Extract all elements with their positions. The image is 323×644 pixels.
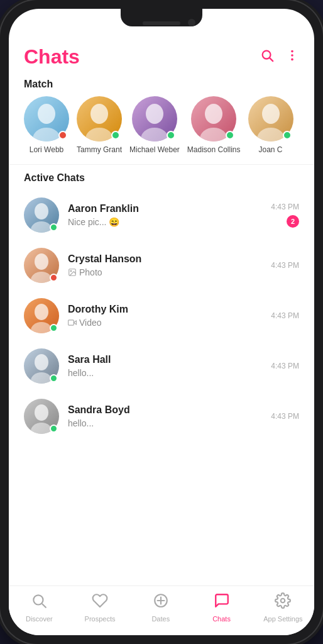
svg-line-1 <box>270 58 273 61</box>
chat-info-aaron: Aaron Franklin Nice pic... 😄 <box>68 203 262 227</box>
nav-label-chats: Chats <box>212 615 231 623</box>
nav-label-dates: Dates <box>151 615 170 623</box>
chat-time-aaron: 4:43 PM <box>271 203 299 211</box>
nav-item-settings[interactable]: App Settings <box>263 592 302 623</box>
online-dot-lori <box>58 131 67 140</box>
chat-meta-sara: 4:43 PM <box>271 362 299 370</box>
chat-item-sara[interactable]: Sara Hall hello... 4:43 PM <box>9 341 314 391</box>
chat-time-crystal: 4:43 PM <box>271 261 299 270</box>
chat-preview-dorothy: Video <box>68 318 262 328</box>
svg-marker-23 <box>74 321 76 325</box>
chat-item-dorothy[interactable]: Dorothy Kim Video 4:43 PM <box>9 291 314 341</box>
match-section-label: Match <box>9 74 314 96</box>
chat-item-sandra[interactable]: Sandra Boyd hello... 4:43 PM <box>9 391 314 441</box>
svg-point-11 <box>205 104 222 124</box>
chat-name-sara: Sara Hall <box>68 354 262 365</box>
unread-badge-aaron: 2 <box>287 215 299 228</box>
camera <box>188 19 195 26</box>
svg-point-0 <box>263 50 271 58</box>
match-name-lori: Lori Webb <box>30 145 63 154</box>
svg-point-7 <box>90 104 108 124</box>
chat-meta-aaron: 4:43 PM 2 <box>271 203 299 228</box>
chat-preview-crystal: Photo <box>68 267 262 277</box>
svg-point-14 <box>257 128 285 142</box>
divider <box>9 164 314 165</box>
chat-item-crystal[interactable]: Crystal Hanson Photo 4:43 PM <box>9 240 314 291</box>
chat-preview-sandra: hello... <box>68 418 262 428</box>
svg-point-13 <box>262 104 280 124</box>
online-dot-tammy <box>111 131 120 140</box>
match-section: Match Lori Webb <box>9 74 314 164</box>
svg-point-17 <box>35 253 48 270</box>
chats-icon <box>214 592 230 613</box>
bottom-nav: Discover Prospects <box>9 586 314 635</box>
chat-preview-sara: hello... <box>68 368 262 378</box>
svg-point-20 <box>70 270 72 272</box>
match-name-tammy: Tammy Grant <box>77 145 122 154</box>
chat-online-dot-sara <box>50 374 58 382</box>
svg-point-15 <box>35 203 48 219</box>
nav-label-discover: Discover <box>26 615 53 623</box>
svg-point-22 <box>31 322 52 333</box>
chat-item-aaron[interactable]: Aaron Franklin Nice pic... 😄 4:43 PM 2 <box>9 190 314 240</box>
chat-meta-crystal: 4:43 PM <box>271 261 299 270</box>
match-item-michael[interactable]: Michael Weber <box>129 96 180 154</box>
svg-point-5 <box>38 104 55 124</box>
nav-item-dates[interactable]: Dates <box>142 592 180 623</box>
chat-time-dorothy: 4:43 PM <box>271 311 299 320</box>
header: Chats <box>9 35 314 74</box>
online-dot-joan <box>283 131 292 140</box>
chat-time-sara: 4:43 PM <box>271 362 299 370</box>
svg-point-25 <box>35 354 48 370</box>
dates-icon <box>153 592 169 613</box>
nav-item-chats[interactable]: Chats <box>203 592 241 623</box>
chat-info-sara: Sara Hall hello... <box>68 354 262 378</box>
svg-point-21 <box>35 304 48 320</box>
svg-point-12 <box>200 128 227 142</box>
chat-online-dot-dorothy <box>50 324 58 332</box>
match-name-madison: Madison Collins <box>187 145 241 154</box>
more-icon[interactable] <box>285 48 299 66</box>
chat-info-dorothy: Dorothy Kim Video <box>68 304 262 328</box>
svg-point-2 <box>291 50 293 52</box>
chat-name-sandra: Sandra Boyd <box>68 404 262 416</box>
video-icon <box>68 318 77 327</box>
svg-point-4 <box>291 58 293 60</box>
svg-point-9 <box>146 104 163 124</box>
nav-label-settings: App Settings <box>263 615 302 623</box>
chat-online-dot-aaron <box>50 223 58 231</box>
speaker <box>143 21 180 25</box>
chat-meta-dorothy: 4:43 PM <box>271 311 299 320</box>
matches-scroll[interactable]: Lori Webb Tammy Grant <box>9 96 314 164</box>
svg-point-18 <box>31 272 52 283</box>
online-dot-madison <box>226 131 234 140</box>
phone-frame: Chats <box>0 0 323 644</box>
svg-rect-24 <box>68 320 74 325</box>
svg-point-10 <box>141 128 168 142</box>
chat-name-crystal: Crystal Hanson <box>68 253 262 265</box>
svg-point-29 <box>34 595 43 604</box>
chats-section[interactable]: Aaron Franklin Nice pic... 😄 4:43 PM 2 <box>9 190 314 586</box>
page-title: Chats <box>24 45 80 69</box>
online-dot-michael <box>167 131 175 140</box>
svg-point-16 <box>31 221 52 233</box>
active-chats-label: Active Chats <box>9 167 314 190</box>
chat-meta-sandra: 4:43 PM <box>271 412 299 421</box>
nav-item-prospects[interactable]: Prospects <box>81 592 119 623</box>
chat-name-dorothy: Dorothy Kim <box>68 304 262 315</box>
match-item-madison[interactable]: Madison Collins <box>187 96 241 154</box>
nav-item-discover[interactable]: Discover <box>20 592 58 623</box>
chat-online-dot-crystal <box>50 274 58 282</box>
header-icons <box>260 48 299 66</box>
match-name-joan: Joan C <box>259 145 283 154</box>
svg-point-26 <box>31 372 52 384</box>
svg-point-8 <box>85 128 113 142</box>
chat-info-sandra: Sandra Boyd hello... <box>68 404 262 428</box>
search-icon[interactable] <box>260 48 274 66</box>
match-item-lori[interactable]: Lori Webb <box>24 96 69 154</box>
nav-label-prospects: Prospects <box>85 615 116 623</box>
svg-point-27 <box>35 404 48 421</box>
match-item-tammy[interactable]: Tammy Grant <box>77 96 122 154</box>
match-item-joan[interactable]: Joan C <box>248 96 293 154</box>
settings-icon <box>275 592 291 613</box>
